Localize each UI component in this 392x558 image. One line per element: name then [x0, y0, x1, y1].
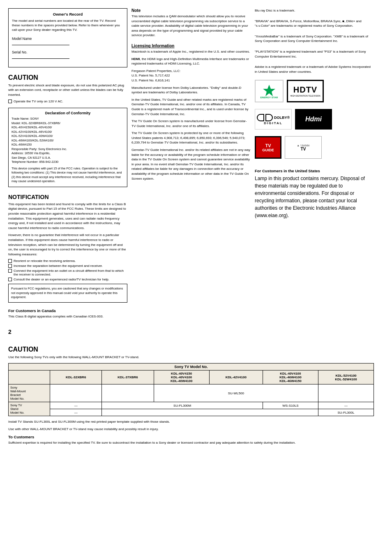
energy-star-icon: [261, 84, 277, 96]
customers-us-section: For Customers in the United States Lamp …: [255, 169, 374, 219]
updatetv-tv: TV: [301, 147, 306, 151]
logos-row-2: DOLBY® DIGITAL Hdmi: [255, 109, 374, 130]
dolby-text: Manufactured under license from Dolby La…: [131, 86, 251, 95]
canada-section: For Customers in Canada This Class B dig…: [8, 308, 127, 322]
adobe-text: Adobe is a registered trademark or a tra…: [255, 65, 374, 74]
wm-kdl37: [102, 384, 154, 402]
notification-body1: This equipment has been tested and found…: [8, 202, 127, 231]
s1-kdl32: —: [50, 402, 102, 409]
note-section: Note This television includes a QAM demo…: [131, 8, 251, 40]
col-kdl42: KDL-42V4100: [209, 370, 263, 384]
dolby-inner: DOLBY®: [257, 114, 290, 121]
caution-title: CAUTION: [8, 74, 127, 81]
hdtv-text: HDTV: [293, 85, 317, 95]
notification-section: NOTIFICATION This equipment has been tes…: [8, 194, 127, 303]
checkbox-icon: [8, 269, 12, 273]
notification-title: NOTIFICATION: [8, 194, 127, 200]
col-kdl52: KDL-52V4100 KDL-52W4100: [318, 370, 374, 384]
dolby-logo: DOLBY® DIGITAL: [255, 109, 292, 130]
macintosh-text: Macintosh is a trademark of Apple Inc., …: [131, 49, 251, 54]
logos-row-1: ENERGY STAR HDTV HIGH-DEFINITION TELEVIS…: [255, 80, 374, 102]
customers-us-body: Lamp in this product contains mercury. D…: [255, 175, 374, 219]
model-label: Model Name: [12, 37, 32, 41]
column-1: Owner's Record The model and serial numb…: [8, 8, 127, 335]
model-field: Model Name: [12, 37, 124, 45]
hdmi-text: Hdmi: [305, 116, 322, 123]
checkbox-icon: [8, 264, 12, 268]
tvguide-os-text: The TV Guide On Screen system is manufac…: [131, 119, 251, 128]
tvguide-us-text: In the United States, TV Guide and other…: [131, 97, 251, 116]
checkbox-icon: [8, 100, 12, 103]
svg-marker-0: [263, 85, 275, 96]
notification-item-4: Consult the dealer or an experienced rad…: [8, 278, 127, 281]
page-number: 2: [8, 329, 127, 335]
licensing-title: Licensing Information: [131, 44, 251, 48]
doc-body2: This device complies with part 15 of the…: [12, 167, 124, 184]
col-kdl32: KDL-32XBR6: [50, 370, 102, 384]
model-line: [12, 45, 69, 45]
caution-checkbox-item: Operate the TV only on 120 V AC.: [8, 100, 127, 103]
wall-note: Use with other WALL-MOUNT BRACKET or TV-…: [8, 427, 374, 432]
canada-title: For Customers in Canada: [8, 308, 127, 313]
item-text: Connect the equipment into an outlet on …: [14, 269, 127, 276]
tvguide-logo: TV GUIDE: [255, 136, 281, 159]
owners-record-title: Owner's Record: [12, 12, 124, 16]
bravia-text: "BRAVIA" and BRAVIA, S-Force, Motionflow…: [255, 19, 374, 28]
licensing-section: Licensing Information Macintosh is a tra…: [131, 44, 251, 183]
caution-section: CAUTION To prevent electric shock and bl…: [8, 74, 127, 105]
xross-text: "XrossMediaBar" is a trademark of Sony C…: [255, 34, 374, 44]
install-note: Install TV Stands SU-FL300L and SU-FL300…: [8, 419, 374, 424]
doc-title: Declaration of Conformity: [12, 111, 124, 115]
note-body: This television includes a QAM demodulat…: [131, 14, 251, 38]
item-text: Consult the dealer or an experienced rad…: [14, 278, 109, 281]
tvguide-tv: TV: [265, 143, 271, 148]
table-row-stand1: Sony TV Stand Model No. — SU-FL300M WS-S…: [9, 402, 374, 409]
energy-star-label: ENERGY STAR: [261, 96, 278, 99]
checkbox-icon: [8, 259, 12, 263]
dolby-d-left: [257, 114, 264, 121]
fergason-text: Fergason Patent Properties, LLC: U.S. Pa…: [131, 69, 251, 83]
tvguide-protected-text: The TV Guide On Screen system is protect…: [131, 131, 251, 145]
table-row-stand2: — SU-FL300L: [9, 409, 374, 416]
stand-label: Sony TV Stand Model No.: [9, 402, 50, 416]
serial-field: Serial No.: [12, 50, 124, 59]
bottom-caution-title: CAUTION: [8, 346, 374, 353]
note-title: Note: [131, 8, 251, 13]
col-kdl37: KDL-37XBR6: [102, 370, 154, 384]
fcc-text: Pursuant to FCC regulations, you are cau…: [11, 287, 125, 300]
hdmi-logo: Hdmi: [295, 109, 332, 130]
energy-star-logo: ENERGY STAR: [255, 80, 284, 102]
dolby-digital-label: DIGITAL: [264, 121, 282, 125]
dolby-d-right: [265, 114, 273, 121]
dolby-text: DOLBY®: [274, 116, 290, 120]
doc-body: Trade Name: SONY Model: KDL-32XBR6/KDL-3…: [12, 117, 124, 164]
table-row-wallmount: Sony Wall-Mount Bracket Model No. SU-WL5…: [9, 384, 374, 402]
bluray-text: Blu-ray Disc is a trademark.: [255, 8, 374, 13]
serial-line: [12, 58, 69, 59]
column-3: Blu-ray Disc is a trademark. "BRAVIA" an…: [255, 8, 374, 335]
s1-kdl52: —: [318, 402, 374, 409]
to-customers-section: To Customers Sufficient expertise is req…: [8, 435, 374, 445]
to-customers-title: To Customers: [8, 435, 374, 439]
s2-empty: [102, 409, 318, 416]
notification-items: Reorient or relocate the receiving anten…: [8, 259, 127, 281]
updatetv-logo: ▲ Update TV: [285, 136, 322, 159]
playstation-text: "PLAYSTATION" is a registered trademark …: [255, 49, 374, 59]
customers-us-title: For Customers in the United States: [255, 169, 374, 173]
owners-record-body: The model and serial numbers are located…: [12, 19, 124, 32]
sony-tv-model-header: Sony TV Model No.: [9, 364, 374, 370]
col-kdl46: KDL-40V4100 KDL-46W4100 KDL-46W4150: [263, 370, 318, 384]
s2-kdl32: —: [50, 409, 102, 416]
gemstar-liability-text: Gemstar-TV Guide International Inc. and/…: [131, 148, 251, 181]
notification-body2: However, there is no guarantee that inte…: [8, 233, 127, 257]
wallmount-label: Sony Wall-Mount Bracket Model No.: [9, 384, 50, 402]
caution-body: To prevent electric shock and blade expo…: [8, 83, 127, 97]
s1-fl300m: SU-FL300M: [102, 402, 263, 409]
tvguide-guide: GUIDE: [262, 148, 274, 152]
fcc-box: Pursuant to FCC regulations, you are cau…: [8, 284, 127, 303]
wm-kdl32: [50, 384, 102, 402]
notification-item-2: Increase the separation between the equi…: [8, 264, 127, 268]
serial-label: Serial No.: [12, 50, 27, 54]
caution-checkbox-text: Operate the TV only on 120 V AC.: [14, 100, 63, 103]
hdtv-subtext: HIGH-DEFINITION TELEVISION: [290, 95, 320, 97]
